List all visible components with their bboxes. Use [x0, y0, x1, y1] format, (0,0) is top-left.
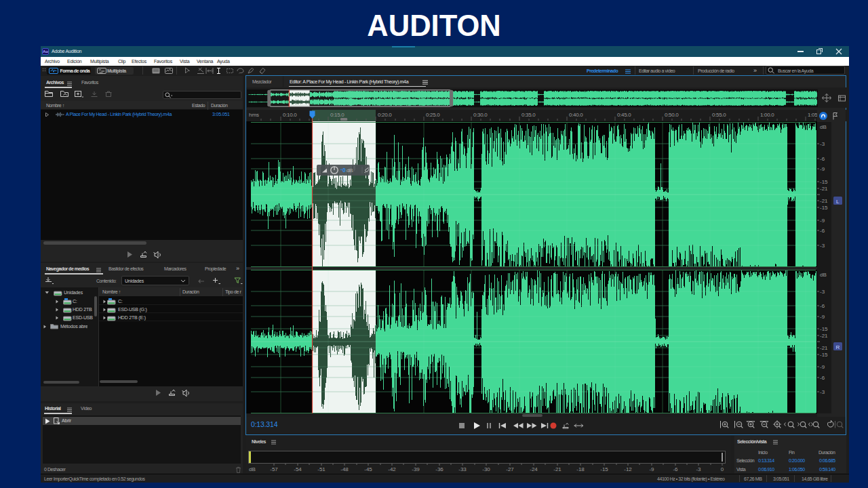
svg-text:-15: -15 — [820, 352, 828, 358]
svg-text:0:10.0: 0:10.0 — [283, 112, 297, 118]
svg-text:-30: -30 — [482, 466, 490, 472]
svg-text:0:20.0: 0:20.0 — [378, 112, 392, 118]
svg-text:-15: -15 — [820, 326, 828, 332]
svg-text:-9: -9 — [820, 218, 825, 224]
svg-text:-6: -6 — [820, 303, 825, 309]
svg-text:-36: -36 — [435, 466, 443, 472]
svg-text:-3: -3 — [820, 243, 825, 249]
svg-text:0:25.0: 0:25.0 — [426, 112, 440, 118]
svg-text:-39: -39 — [412, 466, 420, 472]
svg-text:-42: -42 — [388, 466, 396, 472]
svg-text:R: R — [836, 344, 840, 350]
svg-text:-21: -21 — [820, 198, 828, 204]
svg-text:0:45.0: 0:45.0 — [617, 112, 631, 118]
svg-text:-6: -6 — [820, 156, 825, 162]
svg-text:-6: -6 — [820, 228, 825, 234]
svg-text:-12: -12 — [624, 466, 632, 472]
svg-text:-54: -54 — [294, 466, 302, 472]
svg-text:-3: -3 — [820, 389, 825, 395]
svg-text:-27: -27 — [506, 466, 514, 472]
svg-text:-15: -15 — [820, 179, 828, 185]
svg-text:-21: -21 — [820, 333, 828, 339]
svg-text:0:50.0: 0:50.0 — [665, 112, 679, 118]
svg-text:-21: -21 — [820, 345, 828, 351]
svg-text:-3: -3 — [820, 289, 825, 295]
svg-text:-57: -57 — [270, 466, 278, 472]
svg-text:-18: -18 — [576, 466, 585, 472]
svg-text:hms: hms — [249, 112, 259, 118]
svg-text:L: L — [836, 199, 840, 205]
svg-text:-15: -15 — [820, 205, 828, 211]
svg-text:dB: dB — [820, 124, 827, 130]
svg-text:-3: -3 — [820, 141, 825, 147]
svg-text:-6: -6 — [673, 466, 678, 472]
svg-text:-48: -48 — [340, 466, 349, 472]
svg-text:0:55.0: 0:55.0 — [712, 112, 726, 118]
svg-text:-51: -51 — [317, 466, 326, 472]
svg-text:-33: -33 — [458, 466, 467, 472]
svg-text:-15: -15 — [600, 466, 608, 472]
svg-text:0:15.0: 0:15.0 — [330, 112, 344, 118]
svg-text:1:00.0: 1:00.0 — [760, 112, 774, 118]
svg-text:-9: -9 — [820, 364, 825, 370]
svg-text:-9: -9 — [820, 314, 825, 320]
svg-text:dB: dB — [820, 272, 827, 278]
svg-text:-21: -21 — [820, 186, 828, 192]
svg-text:0:40.0: 0:40.0 — [569, 112, 583, 118]
svg-text:0: 0 — [721, 466, 724, 472]
svg-text:-21: -21 — [553, 466, 561, 472]
svg-text:-6: -6 — [820, 375, 825, 381]
svg-text:-3: -3 — [696, 466, 701, 472]
svg-text:-45: -45 — [364, 466, 372, 472]
svg-text:0:30.0: 0:30.0 — [473, 112, 488, 118]
svg-text:-24: -24 — [530, 466, 538, 472]
svg-text:dB: dB — [249, 466, 256, 472]
svg-text:-9: -9 — [649, 466, 654, 472]
svg-text:0:35.0: 0:35.0 — [521, 112, 536, 118]
svg-text:-9: -9 — [820, 166, 825, 172]
